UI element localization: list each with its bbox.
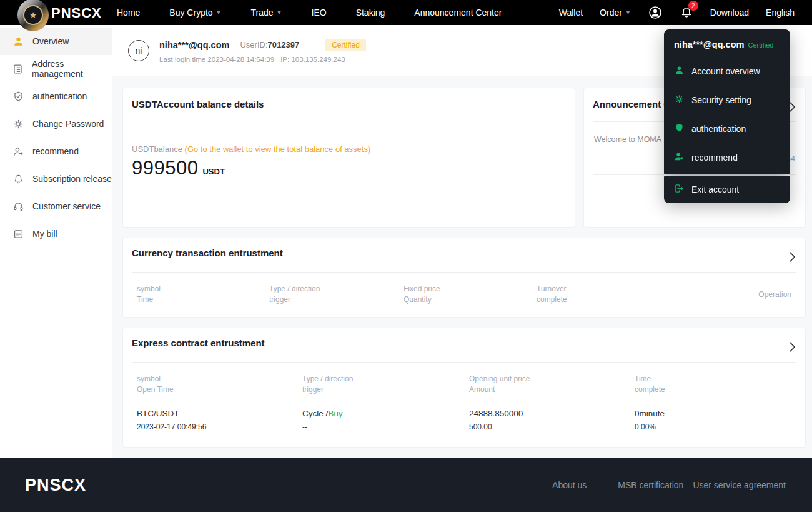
user-id-label: UserID: bbox=[240, 40, 267, 49]
sidebar-item-label: authentication bbox=[32, 91, 87, 101]
nav-item-trade[interactable]: Trade▼ bbox=[251, 8, 282, 18]
row-type: Cycle /Buy bbox=[302, 408, 469, 419]
express-section-title: Express contract entrustment bbox=[132, 328, 796, 348]
footer-divider bbox=[9, 509, 812, 509]
footer-link-user-service-agreement[interactable]: User service agreement bbox=[693, 480, 786, 490]
sidebar-item-label: recommend bbox=[32, 146, 79, 156]
balance-unit: USDT bbox=[202, 167, 224, 176]
row-symbol: BTC/USDT bbox=[137, 408, 302, 419]
row-price: 24888.850000 bbox=[469, 408, 635, 419]
chevron-right-icon[interactable] bbox=[790, 102, 795, 114]
nav-item-order[interactable]: Order▼ bbox=[600, 8, 631, 18]
sidebar-item-label: My bill bbox=[32, 229, 57, 239]
gear-icon bbox=[674, 94, 685, 106]
sidebar-item-authentication[interactable]: authentication bbox=[0, 83, 112, 110]
user-icon bbox=[12, 35, 24, 48]
row-time: 0minute bbox=[635, 408, 791, 419]
sidebar-item-address-management[interactable]: Address management bbox=[0, 55, 112, 83]
dropdown-item-exit-account[interactable]: Exit account bbox=[664, 176, 790, 203]
sidebar-item-label: Subscription release bbox=[32, 174, 112, 184]
account-avatar-icon[interactable] bbox=[648, 5, 663, 20]
sidebar: Overview Address management authenticati… bbox=[0, 25, 112, 458]
user-plus-icon bbox=[674, 151, 685, 164]
page: ★ PNSCX Home Buy Crypto▼ Trade▼ IEO Stak… bbox=[0, 0, 812, 512]
dropdown-item-recommend[interactable]: recommend bbox=[674, 143, 780, 172]
dropdown-certified-label: Certified bbox=[748, 41, 773, 49]
buy-direction: Buy bbox=[328, 409, 342, 418]
balance-card: USDTAccount balance details USDTbalance … bbox=[122, 88, 575, 228]
dropdown-item-security-setting[interactable]: Security setting bbox=[674, 86, 780, 114]
address-list-icon bbox=[12, 63, 24, 75]
avatar: ni bbox=[128, 40, 149, 61]
chevron-down-icon: ▼ bbox=[625, 10, 631, 16]
dropdown-email: niha***@qq.com bbox=[674, 39, 744, 49]
sidebar-item-subscription-release[interactable]: Subscription release bbox=[0, 165, 112, 193]
headset-icon bbox=[12, 200, 24, 213]
sidebar-item-change-password[interactable]: Change Password bbox=[0, 110, 112, 138]
coin-logo-icon: ★ bbox=[17, 0, 49, 31]
login-ip: IP: 103.135.249.243 bbox=[280, 56, 345, 63]
chevron-down-icon: ▼ bbox=[277, 10, 282, 16]
last-login-time: Last login time 2023-04-28 14:54:39 bbox=[159, 56, 274, 63]
logo[interactable]: ★ PNSCX bbox=[0, 0, 100, 25]
certified-badge: Certified bbox=[325, 39, 366, 51]
notification-count-badge: 2 bbox=[688, 1, 698, 11]
row-complete: 0.00% bbox=[635, 421, 791, 433]
nav-item-announcement-center[interactable]: Announcement Center bbox=[414, 8, 502, 18]
balance-amount: 999500 bbox=[132, 157, 198, 179]
nav-item-staking[interactable]: Staking bbox=[356, 8, 385, 18]
footer-link-about-us[interactable]: About us bbox=[552, 480, 587, 490]
sidebar-item-label: Overview bbox=[32, 36, 69, 46]
sidebar-item-label: Address management bbox=[32, 59, 112, 79]
chevron-right-icon[interactable] bbox=[790, 342, 795, 354]
dropdown-item-authentication[interactable]: authentication bbox=[674, 114, 780, 143]
nav-item-home[interactable]: Home bbox=[117, 8, 140, 18]
shield-icon bbox=[674, 123, 685, 135]
logout-icon bbox=[674, 183, 685, 196]
currency-section-title: Currency transaction entrustment bbox=[132, 238, 796, 258]
account-dropdown: niha***@qq.com Certified Account overvie… bbox=[664, 29, 790, 203]
currency-table-header: symbolTime Type / directiontrigger Fixed… bbox=[137, 284, 791, 305]
top-navbar: ★ PNSCX Home Buy Crypto▼ Trade▼ IEO Stak… bbox=[0, 0, 812, 25]
user-id-value: 7012397 bbox=[268, 40, 300, 49]
chevron-right-icon[interactable] bbox=[790, 252, 795, 264]
sidebar-item-recommend[interactable]: recommend bbox=[0, 138, 112, 165]
nav-item-ieo[interactable]: IEO bbox=[312, 8, 327, 18]
footer-links: About us MSB certification User service … bbox=[552, 480, 786, 490]
balance-card-title: USDTAccount balance details bbox=[132, 99, 566, 109]
express-table-header: symbolOpen Time Type / directiontrigger … bbox=[137, 374, 791, 395]
nav-item-wallet[interactable]: Wallet bbox=[559, 8, 583, 18]
nav-item-download[interactable]: Download bbox=[710, 8, 749, 18]
table-row: BTC/USDT 2023-02-17 00:49:56 Cycle /Buy … bbox=[137, 408, 791, 433]
user-plus-icon bbox=[12, 145, 24, 158]
sidebar-item-overview[interactable]: Overview bbox=[0, 28, 112, 55]
announcement-item[interactable]: Welcome to MOMA bbox=[594, 135, 661, 144]
user-email: niha***@qq.com bbox=[159, 40, 229, 50]
bell-icon bbox=[12, 173, 24, 185]
footer-brand: PNSCX bbox=[25, 476, 86, 495]
notification-bell-icon[interactable]: 2 bbox=[680, 6, 693, 19]
dropdown-item-account-overview[interactable]: Account overview bbox=[674, 57, 780, 86]
wallet-hint-link[interactable]: (Go to the wallet to view the total bala… bbox=[185, 144, 371, 154]
nav-item-language[interactable]: English bbox=[766, 8, 795, 18]
row-amount: 500.00 bbox=[469, 421, 635, 433]
currency-entrustment-card: Currency transaction entrustment symbolT… bbox=[122, 238, 806, 318]
user-icon bbox=[674, 65, 685, 78]
sidebar-item-my-bill[interactable]: My bill bbox=[0, 220, 112, 248]
footer-link-msb-certification[interactable]: MSB certification bbox=[618, 480, 683, 490]
sidebar-item-label: Customer service bbox=[32, 201, 101, 211]
balance-label: USDTbalance bbox=[132, 144, 182, 154]
nav-item-buy-crypto[interactable]: Buy Crypto▼ bbox=[169, 8, 221, 18]
footer: PNSCX About us MSB certification User se… bbox=[0, 458, 812, 512]
bill-icon bbox=[12, 228, 24, 240]
chevron-down-icon: ▼ bbox=[216, 10, 222, 16]
gear-icon bbox=[12, 118, 24, 130]
nav-right: Wallet Order▼ 2 Download English bbox=[559, 5, 795, 20]
row-open-time: 2023-02-17 00:49:56 bbox=[137, 421, 302, 433]
operation-header: Operation bbox=[758, 289, 791, 300]
nav-menu: Home Buy Crypto▼ Trade▼ IEO Staking Anno… bbox=[117, 8, 502, 18]
brand-name[interactable]: PNSCX bbox=[51, 5, 102, 21]
sidebar-item-customer-service[interactable]: Customer service bbox=[0, 193, 112, 220]
sidebar-item-label: Change Password bbox=[32, 119, 104, 129]
row-trigger: -- bbox=[302, 421, 469, 433]
